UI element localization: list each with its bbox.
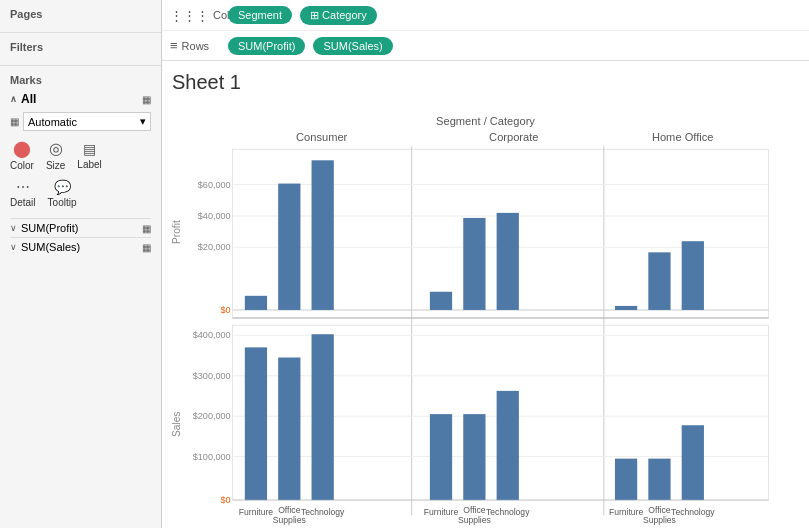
sheet-area: Sheet 1 Segment / Category Consumer Corp… [162, 61, 809, 528]
sheet-title: Sheet 1 [172, 71, 799, 94]
bar-consumer-technology-profit [312, 160, 334, 310]
marks-label: Marks [10, 74, 151, 86]
category-pill[interactable]: ⊞ Category [300, 6, 377, 25]
tooltip-label: Tooltip [48, 197, 77, 208]
dropdown-value: Automatic [28, 116, 77, 128]
detail-label: Detail [10, 197, 36, 208]
svg-text:Furniture: Furniture [239, 507, 274, 517]
svg-text:$0: $0 [221, 305, 231, 315]
sum-sales-bar-icon: ▦ [142, 242, 151, 253]
segment-pill-text: Segment [238, 9, 282, 21]
toolbar: ⋮⋮⋮ Columns Segment ⊞ Category ≡ Rows SU… [162, 0, 809, 61]
size-button[interactable]: ◎ Size [46, 139, 65, 171]
profit-pill-text: SUM(Profit) [238, 40, 295, 52]
marks-icons-row: ⬤ Color ◎ Size ▤ Label [10, 139, 151, 171]
bar-type-icon: ▦ [10, 116, 19, 127]
detail-button[interactable]: ⋯ Detail [10, 179, 36, 208]
detail-icon: ⋯ [16, 179, 30, 195]
svg-text:Office: Office [278, 505, 300, 515]
columns-label: ⋮⋮⋮ Columns [170, 8, 220, 23]
bar-corporate-technology-profit [497, 213, 519, 310]
bar-corporate-officesupplies-profit [463, 218, 485, 310]
svg-text:Technology: Technology [486, 507, 530, 517]
label-label: Label [77, 159, 101, 170]
columns-icon: ⋮⋮⋮ [170, 8, 209, 23]
sum-sales-row: ∨ SUM(Sales) ▦ [10, 237, 151, 256]
bar-consumer-officesupplies-profit [278, 184, 300, 310]
svg-text:Furniture: Furniture [424, 507, 459, 517]
marks-all-row: ∧ All ▦ [10, 92, 151, 106]
svg-text:$400,000: $400,000 [193, 330, 231, 340]
bar-consumer-furniture-profit [245, 296, 267, 310]
bar-corporate-technology-sales [497, 391, 519, 500]
columns-row: ⋮⋮⋮ Columns Segment ⊞ Category [162, 0, 809, 30]
color-button[interactable]: ⬤ Color [10, 139, 34, 171]
svg-text:$0: $0 [221, 495, 231, 505]
bar-consumer-technology-sales [312, 334, 334, 500]
marks-detail-row: ⋯ Detail 💬 Tooltip [10, 179, 151, 208]
label-icon: ▤ [83, 141, 96, 157]
marks-all-label: ∧ All [10, 92, 36, 106]
rows-icon: ≡ [170, 38, 178, 53]
svg-text:$60,000: $60,000 [198, 180, 231, 190]
main-area: ⋮⋮⋮ Columns Segment ⊞ Category ≡ Rows SU… [162, 0, 809, 528]
svg-text:Corporate: Corporate [489, 131, 538, 143]
svg-text:Office: Office [463, 505, 485, 515]
chevron-down-icon: ∧ [10, 94, 17, 104]
category-pill-text: ⊞ Category [310, 9, 367, 22]
svg-text:Office: Office [648, 505, 670, 515]
tooltip-icon: 💬 [54, 179, 71, 195]
profit-pill[interactable]: SUM(Profit) [228, 37, 305, 55]
sales-pill[interactable]: SUM(Sales) [313, 37, 392, 55]
size-label: Size [46, 160, 65, 171]
chart-svg: Segment / Category Consumer Corporate Ho… [172, 98, 799, 528]
bar-homeoffice-furniture-profit [615, 306, 637, 310]
sum-profit-label: ∨ SUM(Profit) [10, 222, 78, 234]
svg-text:$20,000: $20,000 [198, 242, 231, 252]
marks-all-text: All [21, 92, 36, 106]
bar-homeoffice-officesupplies-profit [648, 252, 670, 310]
svg-text:Technology: Technology [301, 507, 345, 517]
sum-profit-bar-icon: ▦ [142, 223, 151, 234]
bar-chart-icon: ▦ [142, 94, 151, 105]
filters-section: Filters [0, 33, 161, 66]
svg-text:$100,000: $100,000 [193, 452, 231, 462]
color-label: Color [10, 160, 34, 171]
svg-text:Segment / Category: Segment / Category [436, 115, 535, 127]
sum-sales-chevron: ∨ [10, 242, 17, 252]
marks-dropdown[interactable]: Automatic ▾ [23, 112, 151, 131]
bar-corporate-officesupplies-sales [463, 414, 485, 500]
size-icon: ◎ [49, 139, 63, 158]
svg-text:Consumer: Consumer [296, 131, 348, 143]
sum-sales-label: ∨ SUM(Sales) [10, 241, 80, 253]
sidebar: Pages Filters Marks ∧ All ▦ ▦ Automatic … [0, 0, 162, 528]
segment-pill[interactable]: Segment [228, 6, 292, 24]
bar-homeoffice-officesupplies-sales [648, 459, 670, 500]
sales-pill-text: SUM(Sales) [323, 40, 382, 52]
bar-homeoffice-technology-profit [682, 241, 704, 310]
bar-corporate-furniture-sales [430, 414, 452, 500]
sum-profit-row: ∨ SUM(Profit) ▦ [10, 218, 151, 237]
bar-corporate-furniture-profit [430, 292, 452, 310]
filters-label: Filters [10, 41, 151, 53]
tooltip-button[interactable]: 💬 Tooltip [48, 179, 77, 208]
svg-text:$40,000: $40,000 [198, 211, 231, 221]
svg-text:Furniture: Furniture [609, 507, 644, 517]
color-dots-icon: ⬤ [13, 139, 31, 158]
chart-container: Segment / Category Consumer Corporate Ho… [172, 98, 799, 528]
label-button[interactable]: ▤ Label [77, 141, 101, 170]
sum-profit-text: SUM(Profit) [21, 222, 78, 234]
svg-text:Home Office: Home Office [652, 131, 714, 143]
dropdown-arrow-icon: ▾ [140, 115, 146, 128]
bar-consumer-officesupplies-sales [278, 357, 300, 500]
bar-consumer-furniture-sales [245, 347, 267, 500]
bar-homeoffice-furniture-sales [615, 459, 637, 500]
sum-sales-text: SUM(Sales) [21, 241, 80, 253]
rows-row: ≡ Rows SUM(Profit) SUM(Sales) [162, 30, 809, 60]
pages-section: Pages [0, 0, 161, 33]
rows-label: ≡ Rows [170, 38, 220, 53]
svg-text:Technology: Technology [671, 507, 715, 517]
sum-profit-chevron: ∨ [10, 223, 17, 233]
bar-homeoffice-technology-sales [682, 425, 704, 500]
svg-text:$300,000: $300,000 [193, 371, 231, 381]
